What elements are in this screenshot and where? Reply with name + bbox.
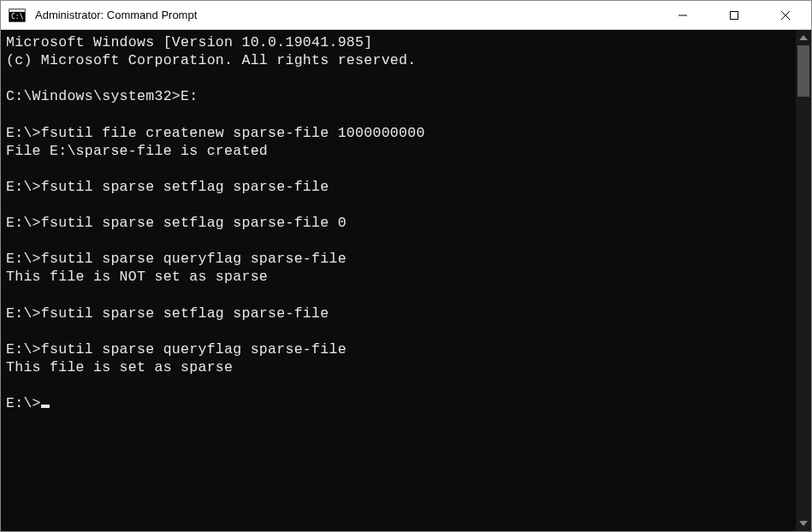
- scroll-down-button[interactable]: [796, 516, 811, 531]
- cursor: [41, 405, 50, 408]
- terminal-line: E:\>fsutil sparse queryflag sparse-file: [6, 250, 791, 268]
- svg-rect-4: [731, 11, 738, 19]
- terminal-line: [6, 160, 791, 178]
- scroll-thumb[interactable]: [797, 45, 809, 97]
- window-controls: [657, 1, 811, 29]
- terminal-line: [6, 69, 791, 87]
- svg-rect-1: [9, 9, 25, 12]
- terminal-line: E:\>fsutil sparse queryflag sparse-file: [6, 340, 791, 358]
- terminal-line: C:\Windows\system32>E:: [6, 87, 791, 105]
- svg-marker-8: [799, 521, 808, 526]
- terminal-line: E:\>fsutil sparse setflag sparse-file 0: [6, 214, 791, 232]
- minimize-button[interactable]: [657, 1, 708, 29]
- terminal-line: [6, 376, 791, 394]
- cmd-icon: C:\: [8, 8, 27, 23]
- terminal-line: E:\>fsutil file createnew sparse-file 10…: [6, 124, 791, 142]
- terminal-line: [6, 196, 791, 214]
- terminal-area: Microsoft Windows [Version 10.0.19041.98…: [1, 30, 811, 531]
- terminal-line: [6, 287, 791, 304]
- terminal-line: File E:\sparse-file is created: [6, 142, 791, 160]
- terminal-line: (c) Microsoft Corporation. All rights re…: [6, 51, 791, 69]
- terminal-line: This file is NOT set as sparse: [6, 268, 791, 286]
- terminal-line: [6, 232, 791, 250]
- svg-text:C:\: C:\: [11, 13, 24, 21]
- terminal-line: E:\>fsutil sparse setflag sparse-file: [6, 178, 791, 196]
- window-title: Administrator: Command Prompt: [33, 9, 657, 21]
- terminal-line: This file is set as sparse: [6, 358, 791, 376]
- terminal-line: Microsoft Windows [Version 10.0.19041.98…: [6, 33, 791, 51]
- terminal-line: E:\>: [6, 394, 791, 412]
- window-titlebar: C:\ Administrator: Command Prompt: [1, 1, 811, 30]
- terminal-line: [6, 322, 791, 340]
- close-button[interactable]: [760, 1, 811, 29]
- scroll-up-button[interactable]: [796, 30, 811, 45]
- terminal-content[interactable]: Microsoft Windows [Version 10.0.19041.98…: [1, 30, 796, 531]
- terminal-line: [6, 105, 791, 123]
- maximize-button[interactable]: [708, 1, 760, 29]
- terminal-line: E:\>fsutil sparse setflag sparse-file: [6, 304, 791, 322]
- svg-marker-7: [799, 35, 808, 40]
- scrollbar[interactable]: [796, 30, 811, 531]
